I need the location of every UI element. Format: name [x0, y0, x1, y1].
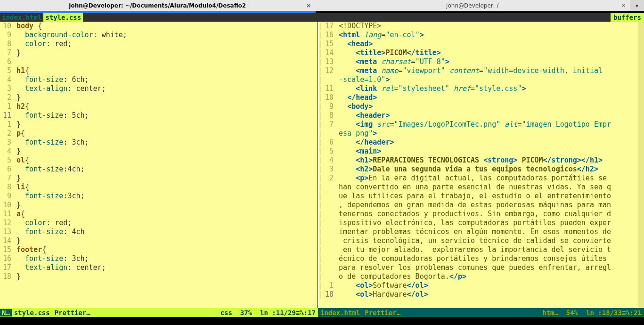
buffer-tabs: index.html style.css buffers	[0, 13, 644, 22]
terminal-tab-1-title: john@Developer: ~/Documents/Alura/Modulo…	[69, 2, 246, 9]
chevron-down-icon[interactable]: ▾	[630, 0, 644, 11]
terminal-tab-1[interactable]: john@Developer: ~/Documents/Alura/Modulo…	[0, 0, 315, 11]
status-percent: 37%	[240, 309, 252, 317]
close-icon[interactable]: ×	[306, 2, 311, 9]
close-icon[interactable]: ×	[621, 2, 626, 9]
mode-indicator: N…	[0, 309, 12, 317]
scrollbar[interactable]	[638, 22, 644, 308]
buffer-tab-style-css[interactable]: style.css	[43, 13, 83, 22]
pane-left[interactable]: 10 body { 9 background-color: white; 8 c…	[0, 22, 318, 308]
pane-right[interactable]: |17 <!DOCTYPE> |16 <html lang="en-col"> …	[318, 22, 644, 308]
status-position: ln :11/29≡%:17	[260, 309, 316, 317]
terminal-tab-2[interactable]: john@Developer: / ×	[315, 0, 630, 11]
terminal-tab-2-title: john@Developer: /	[446, 2, 498, 9]
editor-area: 10 body { 9 background-color: white; 8 c…	[0, 22, 644, 308]
buffer-tab-index-html[interactable]: index.html	[0, 13, 43, 22]
status-linter: Prettier…	[362, 309, 403, 317]
statusbar-left: N… style.css Prettier… css 37% ln :11/29…	[0, 308, 318, 317]
status-filetype: htm…	[542, 309, 558, 317]
statusbar-right: index.html Prettier… htm… 54% ln :18/33≡…	[318, 308, 644, 317]
status-filetype: css	[220, 309, 232, 317]
status-percent: 54%	[566, 309, 578, 317]
buffers-label[interactable]: buffers	[611, 13, 644, 22]
status-position: ln :18/33≡%:21	[586, 309, 642, 317]
status-filename: style.css	[12, 309, 52, 317]
status-filename: index.html	[318, 309, 362, 317]
status-linter: Prettier…	[52, 309, 93, 317]
titlebar: john@Developer: ~/Documents/Alura/Modulo…	[0, 0, 644, 11]
